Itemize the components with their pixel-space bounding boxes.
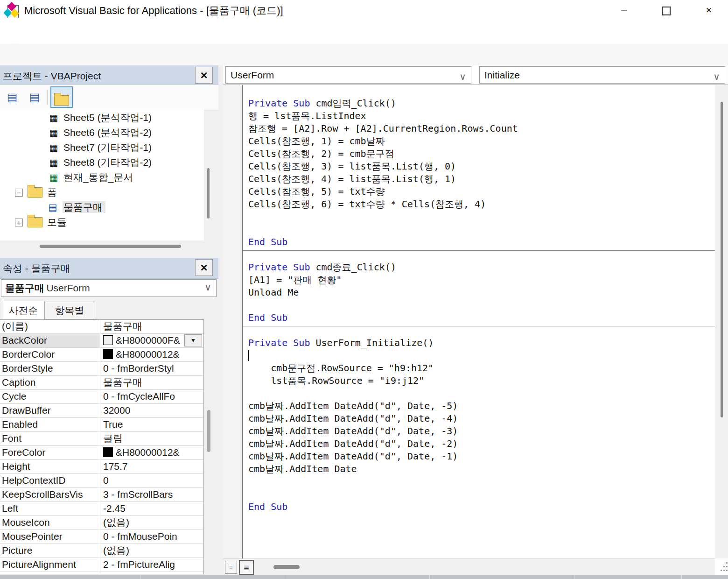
- text-caret: [248, 350, 249, 361]
- property-value[interactable]: &H80000012&: [101, 348, 203, 361]
- code-line: Unload Me: [248, 286, 299, 299]
- code-line: Cells(참조행, 1) = cmb날짜: [248, 135, 385, 148]
- property-dropdown-button[interactable]: ▼: [184, 334, 202, 346]
- property-value[interactable]: 물품구매: [101, 376, 203, 389]
- view-object-button[interactable]: ▤: [24, 88, 45, 106]
- window-close-button[interactable]: ×: [694, 0, 723, 21]
- property-value[interactable]: 3 - fmScrollBars: [101, 488, 203, 501]
- properties-panel-header: 속성 - 물품구매 ×: [0, 258, 218, 279]
- code-vertical-scrollbar[interactable]: [715, 85, 728, 558]
- property-name: BorderStyle: [0, 362, 100, 375]
- code-line: Cells(참조행, 4) = list품목.List(행, 1): [248, 173, 456, 185]
- project-panel-close-button[interactable]: ×: [195, 67, 213, 84]
- expand-icon[interactable]: +: [15, 219, 23, 226]
- property-row-Font[interactable]: Font굴림: [0, 432, 203, 446]
- property-value[interactable]: 32000: [101, 404, 203, 417]
- code-horizontal-scrollbar[interactable]: [273, 565, 300, 569]
- properties-panel-close-button[interactable]: ×: [195, 259, 213, 276]
- property-row-BorderColor[interactable]: BorderColor&H80000012&: [0, 348, 203, 362]
- property-row-Enabled[interactable]: EnabledTrue: [0, 418, 203, 432]
- code-line: End Sub: [248, 501, 287, 513]
- tree-item-Sheet6 (분석작업-2)[interactable]: ▦Sheet6 (분석작업-2): [0, 125, 204, 140]
- procedure-combobox[interactable]: Initialize ∨: [479, 66, 725, 84]
- tree-item-폼[interactable]: −폼: [0, 184, 204, 199]
- code-vertical-scrollbar-thumb[interactable]: [721, 102, 723, 417]
- property-value[interactable]: (없음): [101, 516, 203, 530]
- bottom-edge: [0, 575, 728, 579]
- property-row-Caption[interactable]: Caption물품구매: [0, 376, 203, 390]
- tree-item-label: 현재_통합_문서: [63, 172, 133, 183]
- property-value[interactable]: 물품구매: [101, 320, 203, 333]
- property-value[interactable]: &H8000000F&▼: [101, 334, 203, 347]
- property-value[interactable]: 0 - fmMousePoin: [101, 530, 203, 544]
- property-row-MouseIcon[interactable]: MouseIcon(없음): [0, 516, 203, 530]
- property-row-BackColor[interactable]: BackColor&H8000000F&▼: [0, 334, 203, 348]
- property-value[interactable]: 175.7: [101, 460, 203, 473]
- property-row-MousePointer[interactable]: MousePointer0 - fmMousePoin: [0, 530, 203, 544]
- chevron-down-icon: ∨: [713, 69, 720, 85]
- tree-item-Sheet8 (기타작업-2)[interactable]: ▦Sheet8 (기타작업-2): [0, 155, 204, 169]
- window-maximize-button[interactable]: [651, 0, 680, 21]
- procedure-view-button[interactable]: ≡: [225, 561, 237, 574]
- property-value-text: &H80000012&: [116, 349, 180, 360]
- tree-item-Sheet7 (기타작업-1)[interactable]: ▦Sheet7 (기타작업-1): [0, 140, 204, 155]
- code-line: Cells(참조행, 5) = txt수량: [248, 185, 385, 198]
- folder-icon: [28, 187, 42, 198]
- sheet-icon: ▦: [48, 125, 60, 140]
- property-row-ForeColor[interactable]: ForeColor&H80000012&: [0, 446, 203, 460]
- view-code-button[interactable]: ▤: [2, 88, 22, 106]
- property-value[interactable]: -2.45: [101, 502, 203, 515]
- property-value-text: 0 - fmBorderStyl: [103, 363, 174, 374]
- property-row-(이름)[interactable]: (이름)물품구매: [0, 320, 203, 334]
- object-combobox[interactable]: UserForm ∨: [225, 66, 471, 84]
- tree-item-현재_통합_문서[interactable]: ▦현재_통합_문서: [0, 169, 204, 184]
- property-value[interactable]: 0 - fmCycleAllFo: [101, 390, 203, 403]
- property-row-Picture[interactable]: Picture(없음): [0, 544, 203, 558]
- property-value[interactable]: 0 - fmBorderStyl: [101, 362, 203, 375]
- property-row-HelpContextID[interactable]: HelpContextID0: [0, 474, 203, 488]
- code-line: Private Sub UserForm_Initialize(): [248, 337, 434, 349]
- tree-item-Sheet5 (분석작업-1)[interactable]: ▦Sheet5 (분석작업-1): [0, 110, 204, 125]
- project-tree-horizontal-scrollbar[interactable]: [40, 245, 181, 248]
- sheet-icon: ▦: [48, 140, 60, 155]
- full-module-view-button[interactable]: ≣: [239, 560, 254, 575]
- maximize-icon: [662, 7, 671, 15]
- property-row-Left[interactable]: Left-2.45: [0, 502, 203, 516]
- tree-item-label: Sheet8 (기타작업-2): [63, 157, 152, 168]
- code-line: End Sub: [248, 311, 287, 324]
- property-value[interactable]: True: [101, 418, 203, 431]
- resize-grip[interactable]: [721, 558, 728, 573]
- tab-alphabetic[interactable]: 사전순: [2, 301, 45, 319]
- property-value-text: &H80000012&: [116, 447, 180, 458]
- code-line: cmb문구점.RowSource = "h9:h12": [248, 362, 434, 374]
- toggle-folders-button[interactable]: [50, 86, 73, 108]
- property-value-text: 0 - fmCycleAllFo: [103, 391, 175, 402]
- property-row-PictureSizeMode[interactable]: PictureSizeMode0 - fmPictureSiz: [0, 572, 203, 574]
- project-tree-vertical-scrollbar[interactable]: [207, 168, 210, 219]
- tree-item-물품구매[interactable]: ▤물품구매: [0, 199, 204, 214]
- tab-categorized[interactable]: 항목별: [45, 302, 94, 319]
- properties-tabs: 사전순 항목별: [0, 299, 218, 319]
- property-row-Cycle[interactable]: Cycle0 - fmCycleAllFo: [0, 390, 203, 404]
- selected-object-name: 물품구매: [5, 282, 44, 293]
- property-name: PictureAlignment: [0, 558, 100, 572]
- code-line: lst품목.RowSource = "i9:j12": [248, 374, 424, 387]
- property-row-DrawBuffer[interactable]: DrawBuffer32000: [0, 404, 203, 418]
- property-row-Height[interactable]: Height175.7: [0, 460, 203, 474]
- tree-item-모듈[interactable]: +모듈: [0, 214, 204, 229]
- property-value[interactable]: 0 - fmPictureSiz: [101, 572, 203, 574]
- property-row-PictureAlignment[interactable]: PictureAlignment2 - fmPictureAlig: [0, 558, 203, 572]
- window-minimize-button[interactable]: –: [609, 0, 638, 21]
- property-value[interactable]: (없음): [101, 544, 203, 558]
- properties-vertical-scrollbar[interactable]: [207, 410, 210, 452]
- code-line: Private Sub cmd입력_Click(): [248, 97, 396, 110]
- property-row-BorderStyle[interactable]: BorderStyle0 - fmBorderStyl: [0, 362, 203, 376]
- property-value[interactable]: 2 - fmPictureAlig: [101, 558, 203, 572]
- properties-object-combobox[interactable]: 물품구매 UserForm ∨: [1, 279, 217, 297]
- collapse-icon[interactable]: −: [15, 189, 23, 197]
- property-row-KeepScrollBarsVis[interactable]: KeepScrollBarsVis3 - fmScrollBars: [0, 488, 203, 502]
- property-value[interactable]: &H80000012&: [101, 446, 203, 459]
- menu-bar: 파일(F)편집(E)보기(V)삽입(I)형식(O)디버그(D)실행(R)도구(T…: [0, 21, 728, 44]
- property-value[interactable]: 0: [101, 474, 203, 487]
- property-value[interactable]: 굴림: [101, 432, 203, 445]
